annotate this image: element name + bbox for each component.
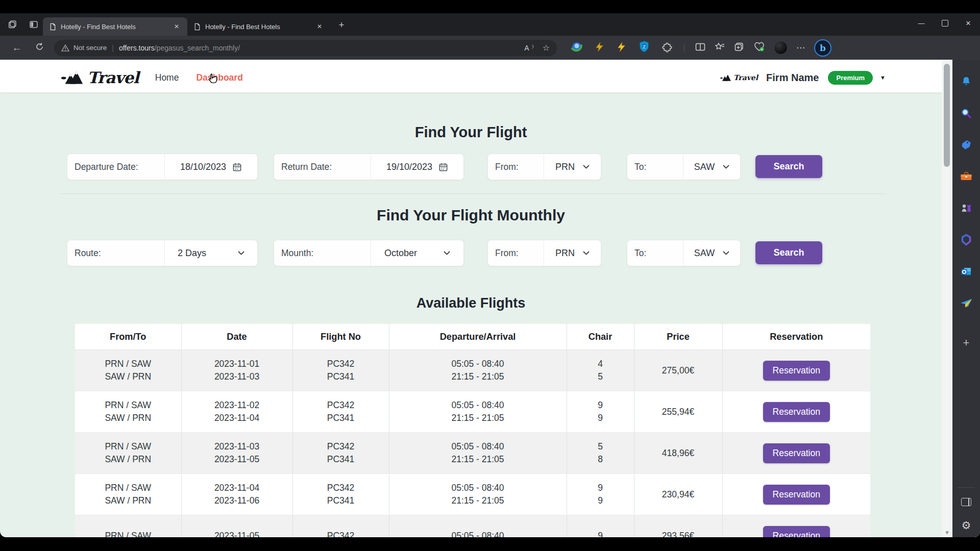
- letterbox-top: [0, 0, 980, 13]
- browser-tab-inactive[interactable]: Hotelly - Find Best Hotels ✕: [187, 17, 330, 36]
- route-select[interactable]: 2 Days: [165, 240, 257, 266]
- cell-reservation: Reservation: [722, 515, 870, 538]
- tab-close-icon[interactable]: ✕: [314, 22, 325, 31]
- browser-tab-active[interactable]: Hotelly - Find Best Hotels ✕: [43, 17, 187, 36]
- shopping-icon[interactable]: [959, 137, 974, 153]
- sidebar-panel-icon[interactable]: [959, 494, 974, 510]
- cell-chair: 45: [567, 350, 634, 391]
- favorites-icon[interactable]: [714, 42, 725, 54]
- nav-home[interactable]: Home: [155, 72, 179, 83]
- from-field[interactable]: From: PRN: [487, 154, 601, 180]
- table-row: PRN / SAWSAW / PRN2023-11-022023-11-04PC…: [75, 391, 870, 433]
- search-button[interactable]: Search: [755, 155, 822, 178]
- departure-date-input[interactable]: 18/10/2023: [165, 154, 257, 180]
- back-button[interactable]: ←: [9, 42, 24, 54]
- reservation-button[interactable]: Reservation: [763, 526, 830, 538]
- reservation-button[interactable]: Reservation: [763, 443, 830, 463]
- sidebar-settings-icon[interactable]: ⚙: [959, 518, 974, 533]
- to-select[interactable]: SAW: [683, 154, 740, 180]
- tab-close-icon[interactable]: ✕: [172, 22, 182, 31]
- col-reservation: Reservation: [722, 324, 870, 350]
- cell-chair: 58: [567, 433, 634, 474]
- sidebar-add-icon[interactable]: +: [959, 335, 974, 350]
- tab-workspaces-icon[interactable]: [5, 17, 19, 32]
- address-bar[interactable]: Not secure | offers.tours/pegasus_search…: [54, 40, 557, 56]
- extensions-icon[interactable]: [661, 41, 673, 55]
- scroll-down-icon[interactable]: ▾: [942, 529, 952, 536]
- minimize-button[interactable]: —: [910, 13, 933, 33]
- vertical-tabs-icon[interactable]: [27, 17, 41, 32]
- cell-from-to: PRN / SAWSAW / PRN: [75, 350, 181, 391]
- calendar-icon[interactable]: [232, 162, 242, 172]
- collections-icon[interactable]: [734, 42, 745, 54]
- from-select[interactable]: PRN: [544, 240, 601, 266]
- cell-departure-arrival: 05:05 - 08:4021:15 - 21:05: [389, 391, 567, 433]
- letterbox-bottom: [0, 537, 980, 551]
- nav-dashboard[interactable]: Dashboard: [196, 72, 242, 83]
- bing-search-icon[interactable]: [959, 106, 974, 121]
- maximize-button[interactable]: [933, 13, 957, 33]
- outlook-icon[interactable]: [959, 264, 974, 279]
- cell-reservation: Reservation: [722, 474, 870, 515]
- scrollbar-thumb[interactable]: [944, 64, 950, 167]
- settings-more-icon[interactable]: ⋯: [796, 42, 805, 53]
- profile-avatar[interactable]: [774, 41, 788, 55]
- month-field[interactable]: Mounth: October: [274, 240, 464, 266]
- reservation-button[interactable]: Reservation: [763, 402, 830, 422]
- chevron-down-icon: [444, 251, 450, 255]
- col-price: Price: [634, 324, 722, 350]
- reservation-button[interactable]: Reservation: [763, 485, 830, 505]
- notifications-icon[interactable]: [959, 74, 974, 89]
- cell-chair: 99: [567, 391, 634, 433]
- search-button-monthly[interactable]: Search: [755, 241, 822, 264]
- to-field[interactable]: To: SAW: [627, 154, 741, 180]
- return-date-field[interactable]: Return Date: 19/10/2023: [274, 154, 464, 180]
- extensions-row: Z: [570, 40, 673, 56]
- maximize-icon: [942, 20, 948, 27]
- cell-chair: 99: [567, 474, 634, 515]
- close-button[interactable]: ✕: [957, 13, 980, 33]
- cell-date: 2023-11-032023-11-05: [181, 433, 292, 474]
- col-chair: Chair: [567, 324, 634, 350]
- new-tab-button[interactable]: +: [335, 18, 348, 32]
- from-field-monthly[interactable]: From: PRN: [487, 240, 601, 266]
- departure-date-field[interactable]: Departure Date: 18/10/2023: [67, 154, 258, 180]
- month-select[interactable]: October: [371, 240, 463, 266]
- chevron-down-icon: [583, 165, 590, 169]
- from-select[interactable]: PRN: [544, 154, 601, 180]
- lightning-extension-icon[interactable]: [594, 41, 605, 55]
- to-field-monthly[interactable]: To: SAW: [627, 240, 741, 266]
- cell-date: 2023-11-012023-11-03: [181, 350, 292, 391]
- to-select[interactable]: SAW: [683, 240, 740, 266]
- tools-icon[interactable]: [959, 169, 974, 184]
- cell-flight-no: PC342PC341: [292, 474, 389, 515]
- return-date-label: Return Date:: [274, 154, 371, 180]
- refresh-button[interactable]: [32, 42, 47, 54]
- idm-extension-icon[interactable]: [570, 40, 583, 56]
- zscaler-shield-icon[interactable]: Z: [638, 40, 650, 56]
- copilot-bing-icon[interactable]: b: [814, 39, 831, 57]
- sidebar-divider: [958, 487, 975, 488]
- web-page: Travel Home Dashboard Tr: [0, 60, 942, 537]
- lightning-extension-icon[interactable]: [616, 41, 627, 55]
- microsoft-365-icon[interactable]: [959, 232, 974, 247]
- read-aloud-icon[interactable]: A: [524, 44, 533, 52]
- page-scrollbar[interactable]: ▾: [942, 60, 952, 537]
- cell-flight-no: PC342PC341: [292, 433, 389, 474]
- return-date-input[interactable]: 19/10/2023: [371, 154, 463, 180]
- reservation-button[interactable]: Reservation: [763, 361, 830, 381]
- browser-essentials-icon[interactable]: [753, 41, 765, 54]
- games-icon[interactable]: [959, 201, 974, 216]
- cell-reservation: Reservation: [722, 391, 870, 433]
- flights-table: From/To Date Flight No Departure/Arrival…: [75, 324, 870, 537]
- firm-name: Firm Name: [766, 72, 819, 84]
- split-screen-icon[interactable]: [695, 42, 705, 54]
- favorite-star-icon[interactable]: ☆: [543, 43, 550, 53]
- route-field[interactable]: Route: 2 Days: [67, 240, 258, 266]
- calendar-icon[interactable]: [438, 162, 448, 172]
- svg-text:Z: Z: [643, 44, 646, 49]
- site-logo[interactable]: Travel: [61, 68, 139, 87]
- drop-icon[interactable]: [959, 295, 974, 311]
- account-caret-icon[interactable]: ▼: [880, 74, 886, 81]
- col-date: Date: [181, 324, 292, 350]
